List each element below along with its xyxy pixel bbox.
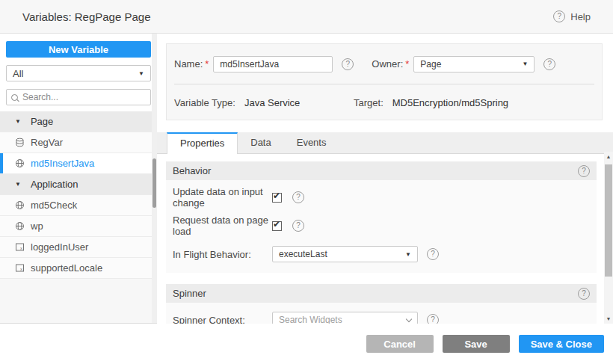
sidebar-scrollbar	[152, 34, 157, 323]
update-data-row: Update data on input change ✔ ?	[173, 189, 590, 206]
item-label: md5Check	[31, 200, 77, 211]
search-icon	[11, 94, 18, 101]
spinner-section-header: Spinner ?	[166, 284, 597, 303]
spinner-context-row: Spinner Context: ?	[173, 312, 590, 324]
behavior-help-icon[interactable]: ?	[578, 165, 590, 177]
tree-item-regvar[interactable]: RegVar	[0, 132, 157, 153]
name-help-icon[interactable]: ?	[342, 58, 354, 70]
tree-item-md5insertjava[interactable]: md5InsertJava	[0, 153, 157, 174]
in-flight-value: executeLast	[279, 249, 327, 259]
caret-down-icon: ▼	[522, 61, 528, 67]
required-marker: *	[405, 58, 409, 70]
tree-group-application[interactable]: ▼ Application	[0, 174, 157, 195]
caret-down-icon: ▼	[15, 181, 21, 188]
in-flight-label: In Flight Behavior:	[173, 249, 272, 260]
in-flight-row: In Flight Behavior: executeLast ▼ ?	[173, 246, 590, 262]
target-label: Target:	[354, 97, 383, 108]
item-label: md5InsertJava	[31, 158, 94, 169]
new-variable-button[interactable]: New Variable	[6, 41, 151, 58]
behavior-section-header: Behavior ?	[166, 161, 597, 180]
spinner-section: Spinner ? Spinner Context: ?	[166, 284, 597, 324]
content-scrollbar: ▲ ▼	[604, 152, 613, 324]
owner-help-icon[interactable]: ?	[543, 58, 555, 70]
group-label: Application	[31, 179, 78, 190]
section-title: Spinner	[173, 288, 206, 299]
spinner-context-input[interactable]	[279, 315, 404, 324]
dialog-footer: Cancel Save Save & Close	[366, 324, 604, 364]
in-flight-select[interactable]: executeLast ▼	[272, 246, 418, 262]
help-circle-icon: ?	[553, 10, 565, 22]
target-value: MD5Encryption/md5Spring	[392, 97, 508, 108]
update-data-label: Update data on input change	[173, 186, 272, 209]
help-link[interactable]: ? Help	[553, 10, 591, 22]
spinner-section-body: Spinner Context: ?	[166, 303, 597, 324]
tree-item-supportedlocale[interactable]: x supportedLocale	[0, 258, 157, 279]
editor-tabs: Properties Data Events	[157, 132, 613, 154]
spinner-context-label: Spinner Context:	[173, 315, 272, 324]
tree-item-md5check[interactable]: md5Check	[0, 195, 157, 216]
variables-dialog: Variables: RegPage Page ? Help New Varia…	[0, 0, 613, 364]
request-data-checkbox[interactable]: ✔	[272, 221, 282, 231]
save-button[interactable]: Save	[443, 335, 510, 353]
variable-editor: Name: * ? Owner: * Page ▼ ? Variable Typ…	[157, 34, 613, 364]
owner-value: Page	[420, 59, 441, 70]
variable-name-input[interactable]	[213, 56, 333, 73]
required-marker: *	[205, 58, 209, 70]
behavior-section-body: Update data on input change ✔ ? Request …	[166, 180, 597, 273]
in-flight-help-icon[interactable]: ?	[427, 248, 439, 260]
properties-content: Behavior ? Update data on input change ✔…	[166, 154, 597, 324]
request-data-label: Request data on page load	[173, 215, 272, 237]
sidebar-controls: New Variable All ▼	[0, 34, 157, 111]
tab-properties[interactable]: Properties	[167, 132, 238, 154]
update-data-checkbox[interactable]: ✔	[272, 193, 282, 203]
spinner-context-help-icon[interactable]: ?	[427, 314, 439, 324]
tree-group-page[interactable]: ▼ Page	[0, 111, 157, 132]
spinner-help-icon[interactable]: ?	[578, 288, 590, 300]
content-scrollbar-thumb[interactable]	[605, 164, 612, 277]
static-variable-icon: x	[15, 242, 25, 252]
save-and-close-button[interactable]: Save & Close	[519, 335, 604, 353]
java-service-icon	[15, 221, 25, 231]
variable-info-panel: Name: * ? Owner: * Page ▼ ? Variable Typ…	[166, 43, 603, 120]
scroll-up-icon[interactable]: ▲	[604, 154, 613, 159]
caret-down-icon: ▼	[15, 118, 21, 125]
group-label: Page	[31, 116, 53, 127]
owner-select[interactable]: Page ▼	[413, 56, 535, 73]
tab-events[interactable]: Events	[284, 132, 339, 153]
request-data-help-icon[interactable]: ?	[292, 220, 304, 232]
spinner-context-combobox[interactable]	[272, 312, 418, 324]
variable-type-value: Java Service	[244, 97, 300, 108]
search-input[interactable]	[22, 92, 146, 102]
static-variable-icon: x	[15, 263, 25, 273]
tree-item-loggedinuser[interactable]: x loggedInUser	[0, 237, 157, 258]
variable-search	[6, 89, 151, 105]
section-title: Behavior	[173, 165, 211, 176]
item-label: wp	[31, 220, 43, 232]
page-title: Variables: RegPage Page	[22, 10, 151, 23]
variable-tree: ▼ Page RegVar	[0, 111, 157, 279]
item-label: supportedLocale	[31, 262, 102, 274]
variable-type-label: Variable Type:	[174, 97, 235, 108]
type-target-row: Variable Type: Java Service Target: MD5E…	[174, 84, 594, 120]
cancel-button[interactable]: Cancel	[366, 335, 434, 353]
filter-value: All	[13, 68, 23, 79]
caret-down-icon: ▼	[405, 251, 411, 258]
checkmark-icon: ✔	[273, 191, 280, 201]
name-label: Name:	[174, 58, 203, 70]
database-icon	[15, 138, 25, 147]
svg-text:x: x	[20, 246, 22, 250]
update-data-help-icon[interactable]: ?	[292, 191, 304, 203]
scroll-down-icon[interactable]: ▼	[604, 316, 613, 321]
sidebar-scrollbar-thumb[interactable]	[153, 158, 156, 208]
chevron-down-icon	[406, 315, 412, 321]
help-label: Help	[570, 11, 591, 22]
tree-item-wp[interactable]: wp	[0, 216, 157, 237]
caret-down-icon: ▼	[138, 70, 144, 77]
variable-filter-select[interactable]: All ▼	[6, 65, 151, 81]
owner-label: Owner:	[372, 58, 403, 70]
svg-text:x: x	[20, 267, 22, 271]
checkmark-icon: ✔	[273, 219, 280, 229]
item-label: RegVar	[31, 137, 63, 148]
tab-data[interactable]: Data	[238, 132, 283, 153]
dialog-header: Variables: RegPage Page ? Help	[0, 0, 613, 34]
